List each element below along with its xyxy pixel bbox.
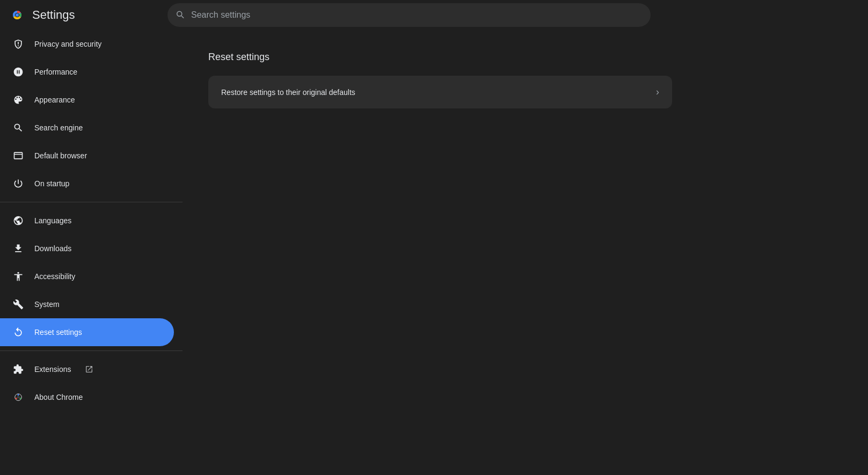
restore-defaults-label: Restore settings to their original defau… xyxy=(221,88,355,97)
sidebar-item-search-engine-label: Search engine xyxy=(34,123,83,132)
search-engine-icon xyxy=(13,122,24,133)
sidebar-item-extensions[interactable]: Extensions xyxy=(0,355,174,383)
sidebar: Privacy and security Performance Appeara… xyxy=(0,0,183,475)
sidebar-item-system-label: System xyxy=(34,300,60,309)
sidebar-item-on-startup[interactable]: On startup xyxy=(0,170,174,198)
sidebar-item-languages[interactable]: Languages xyxy=(0,207,174,235)
sidebar-item-on-startup-label: On startup xyxy=(34,179,69,188)
sidebar-item-system[interactable]: System xyxy=(0,290,174,318)
wrench-icon xyxy=(13,299,24,310)
sidebar-item-reset-settings[interactable]: Reset settings xyxy=(0,318,174,346)
logo-area: Settings xyxy=(9,6,159,24)
section-title: Reset settings xyxy=(208,52,672,63)
accessibility-icon xyxy=(13,271,24,282)
chevron-right-icon: › xyxy=(656,86,659,98)
svg-point-5 xyxy=(17,394,19,396)
browser-icon xyxy=(13,150,24,161)
reset-icon xyxy=(13,327,24,338)
download-icon xyxy=(13,243,24,254)
sidebar-item-performance-label: Performance xyxy=(34,68,77,76)
about-chrome-icon xyxy=(13,392,24,403)
main-content: Reset settings Restore settings to their… xyxy=(183,0,868,475)
search-input[interactable] xyxy=(167,3,651,27)
search-icon xyxy=(175,10,185,21)
page-title: Settings xyxy=(32,8,75,22)
search-bar[interactable] xyxy=(167,3,651,27)
sidebar-item-default-browser-label: Default browser xyxy=(34,151,87,160)
sidebar-divider-2 xyxy=(0,350,183,351)
sidebar-item-accessibility-label: Accessibility xyxy=(34,272,75,281)
shield-icon xyxy=(13,39,24,49)
sidebar-item-appearance-label: Appearance xyxy=(34,96,75,104)
sidebar-item-downloads-label: Downloads xyxy=(34,244,71,253)
sidebar-item-performance[interactable]: Performance xyxy=(0,58,174,86)
sidebar-item-appearance[interactable]: Appearance xyxy=(0,86,174,114)
sidebar-item-privacy[interactable]: Privacy and security xyxy=(0,30,174,58)
sidebar-item-about-chrome-label: About Chrome xyxy=(34,393,83,401)
palette-icon xyxy=(13,94,24,105)
startup-icon xyxy=(13,178,24,189)
sidebar-item-extensions-label: Extensions xyxy=(34,365,71,374)
sidebar-item-default-browser[interactable]: Default browser xyxy=(0,142,174,170)
sidebar-item-accessibility[interactable]: Accessibility xyxy=(0,262,174,290)
sidebar-item-languages-label: Languages xyxy=(34,216,71,225)
extensions-icon xyxy=(13,364,24,375)
header: Settings xyxy=(0,0,868,30)
sidebar-item-about-chrome[interactable]: About Chrome xyxy=(0,383,174,411)
svg-point-3 xyxy=(16,13,19,17)
svg-point-8 xyxy=(17,396,20,399)
sidebar-item-reset-settings-label: Reset settings xyxy=(34,328,82,337)
content-area: Reset settings Restore settings to their… xyxy=(183,30,698,130)
performance-icon xyxy=(13,67,24,77)
sidebar-item-privacy-label: Privacy and security xyxy=(34,40,101,48)
globe-icon xyxy=(13,215,24,226)
reset-settings-card: Restore settings to their original defau… xyxy=(208,76,672,108)
sidebar-item-search-engine[interactable]: Search engine xyxy=(0,114,174,142)
sidebar-item-downloads[interactable]: Downloads xyxy=(0,235,174,262)
svg-point-7 xyxy=(16,398,17,399)
restore-defaults-row[interactable]: Restore settings to their original defau… xyxy=(208,76,672,108)
chrome-logo-icon xyxy=(9,6,26,24)
sidebar-divider-1 xyxy=(0,202,183,202)
external-link-icon xyxy=(84,364,94,375)
svg-point-6 xyxy=(19,398,21,399)
